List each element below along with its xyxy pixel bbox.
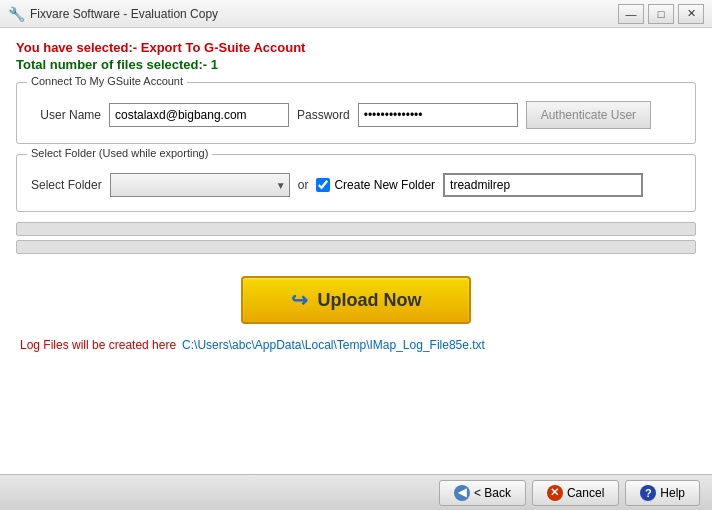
total-files-text: Total number of files selected:- 1	[16, 57, 696, 72]
connect-section-label: Connect To My GSuite Account	[27, 75, 187, 87]
select-folder-label: Select Folder	[31, 178, 102, 192]
minimize-button[interactable]: —	[618, 4, 644, 24]
help-button[interactable]: ? Help	[625, 480, 700, 506]
folder-name-input[interactable]	[443, 173, 643, 197]
progress-bar-1	[16, 222, 696, 236]
upload-btn-container: ↪ Upload Now	[16, 276, 696, 324]
folder-form-row: Select Folder ▼ or Create New Folder	[31, 173, 681, 197]
cancel-icon: ✕	[547, 485, 563, 501]
username-input[interactable]	[109, 103, 289, 127]
password-label: Password	[297, 108, 350, 122]
folder-dropdown[interactable]	[110, 173, 290, 197]
cancel-button-label: Cancel	[567, 486, 604, 500]
help-button-label: Help	[660, 486, 685, 500]
bottom-bar: ◀ < Back ✕ Cancel ? Help	[0, 474, 712, 510]
help-icon: ?	[640, 485, 656, 501]
create-folder-checkbox[interactable]	[316, 178, 330, 192]
dropdown-wrapper: ▼	[110, 173, 290, 197]
header-info: You have selected:- Export To G-Suite Ac…	[16, 40, 696, 72]
cancel-button[interactable]: ✕ Cancel	[532, 480, 619, 506]
title-bar-controls: — □ ✕	[618, 4, 704, 24]
progress-area	[16, 222, 696, 258]
log-label: Log Files will be created here	[20, 338, 176, 352]
folder-section-label: Select Folder (Used while exporting)	[27, 147, 212, 159]
title-bar: 🔧 Fixvare Software - Evaluation Copy — □…	[0, 0, 712, 28]
main-content: You have selected:- Export To G-Suite Ac…	[0, 28, 712, 510]
log-link[interactable]: C:\Users\abc\AppData\Local\Temp\IMap_Log…	[182, 338, 485, 352]
close-button[interactable]: ✕	[678, 4, 704, 24]
upload-icon: ↪	[291, 288, 308, 312]
maximize-button[interactable]: □	[648, 4, 674, 24]
connect-section: Connect To My GSuite Account User Name P…	[16, 82, 696, 144]
password-input[interactable]	[358, 103, 518, 127]
connect-form-row: User Name Password Authenticate User	[31, 101, 681, 129]
selected-text: You have selected:- Export To G-Suite Ac…	[16, 40, 696, 55]
username-label: User Name	[31, 108, 101, 122]
back-button-label: < Back	[474, 486, 511, 500]
content-wrapper: You have selected:- Export To G-Suite Ac…	[0, 28, 712, 510]
folder-section: Select Folder (Used while exporting) Sel…	[16, 154, 696, 212]
app-icon: 🔧	[8, 6, 24, 22]
upload-button-label: Upload Now	[318, 290, 422, 311]
back-button[interactable]: ◀ < Back	[439, 480, 526, 506]
back-icon: ◀	[454, 485, 470, 501]
create-folder-checkbox-container: Create New Folder	[316, 178, 435, 192]
create-folder-label: Create New Folder	[334, 178, 435, 192]
or-text: or	[298, 178, 309, 192]
progress-bar-2	[16, 240, 696, 254]
authenticate-button[interactable]: Authenticate User	[526, 101, 651, 129]
log-row: Log Files will be created here C:\Users\…	[16, 338, 696, 352]
title-bar-text: Fixvare Software - Evaluation Copy	[30, 7, 618, 21]
upload-button[interactable]: ↪ Upload Now	[241, 276, 471, 324]
